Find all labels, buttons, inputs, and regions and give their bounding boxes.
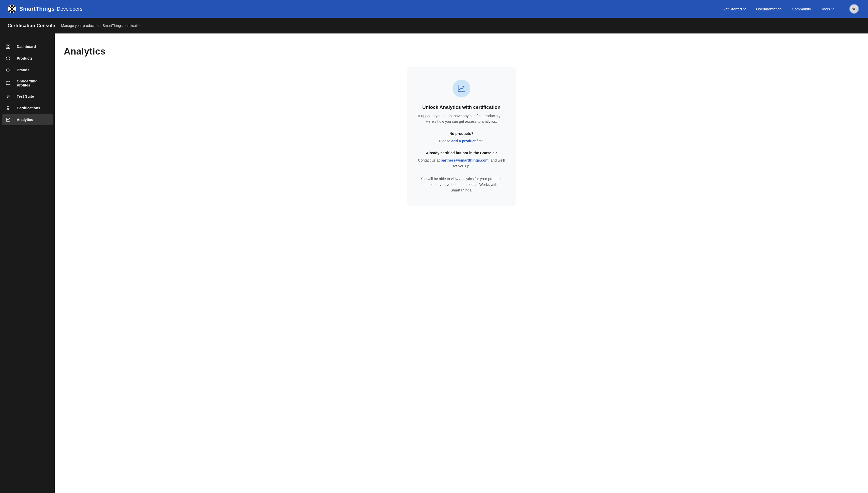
svg-point-17 <box>6 69 10 71</box>
svg-rect-15 <box>6 47 8 49</box>
brand-name: SmartThings <box>19 5 55 12</box>
sidebar-item-label: Certifications <box>17 106 40 110</box>
top-nav: Get Started Documentation Community Tool… <box>722 4 859 14</box>
empty-state-card: Unlock Analytics with certification It a… <box>407 67 516 206</box>
brand[interactable]: SmartThings Developers <box>7 4 82 13</box>
sidebar-item-testsuite[interactable]: Test Suite <box>2 91 53 102</box>
svg-rect-13 <box>6 45 8 46</box>
sub-header: Certification Console Manage your produc… <box>0 18 868 34</box>
add-product-link[interactable]: add a product <box>452 139 476 143</box>
card-title: Unlock Analytics with certification <box>417 105 506 110</box>
already-certified-heading: Already certified but not in the Console… <box>417 151 506 155</box>
svg-rect-14 <box>8 45 10 46</box>
brand-text: SmartThings Developers <box>19 5 82 12</box>
sidebar-item-label: Onboarding Profiles <box>17 79 49 87</box>
brand-sub: Developers <box>57 6 82 12</box>
chevron-down-icon <box>744 7 746 10</box>
sidebar-item-brands[interactable]: Brands <box>2 64 53 76</box>
page-title: Analytics <box>64 46 859 57</box>
sidebar-item-label: Analytics <box>17 118 33 122</box>
svg-line-10 <box>12 9 15 12</box>
wrench-icon <box>5 94 10 99</box>
card-intro: It appears you do not have any certified… <box>417 113 506 125</box>
sidebar: Dashboard Products Brands <box>0 34 55 493</box>
certificate-icon <box>5 106 10 111</box>
contact-prefix: Contact us at <box>418 158 440 162</box>
svg-line-7 <box>9 6 12 9</box>
card-footer: You will be able to view analytics for y… <box>417 176 506 193</box>
no-products-prefix: Please <box>439 139 451 143</box>
svg-line-8 <box>12 6 15 9</box>
sidebar-item-label: Brands <box>17 68 29 72</box>
book-icon <box>5 81 10 86</box>
contact-email-link[interactable]: partners@smartthings.com <box>440 158 488 162</box>
sidebar-item-label: Test Suite <box>17 94 34 99</box>
nav-community[interactable]: Community <box>792 7 811 11</box>
sidebar-item-products[interactable]: Products <box>2 53 53 64</box>
sidebar-item-certifications[interactable]: Certifications <box>2 103 53 114</box>
contact-text: Contact us at partners@smartthings.com, … <box>417 157 506 169</box>
avatar-initials: NS <box>851 7 856 11</box>
sub-header-title: Certification Console <box>7 23 55 28</box>
nav-get-started-label: Get Started <box>722 7 742 11</box>
sidebar-item-label: Products <box>17 56 33 60</box>
no-products-heading: No products? <box>417 132 506 136</box>
svg-line-9 <box>9 9 12 12</box>
nav-tools[interactable]: Tools <box>821 7 834 11</box>
analytics-icon <box>5 117 10 122</box>
sidebar-item-dashboard[interactable]: Dashboard <box>2 41 53 52</box>
nav-tools-label: Tools <box>821 7 830 11</box>
box-icon <box>5 56 10 61</box>
sidebar-item-analytics[interactable]: Analytics <box>2 114 53 125</box>
dashboard-icon <box>5 44 10 49</box>
sidebar-item-label: Dashboard <box>17 45 36 49</box>
main-content: Analytics Unlock Analytics with certific… <box>55 34 868 493</box>
svg-point-18 <box>7 106 9 108</box>
no-products-suffix: first. <box>476 139 483 143</box>
nav-documentation[interactable]: Documentation <box>756 7 782 11</box>
nav-community-label: Community <box>792 7 811 11</box>
chevron-down-icon <box>831 7 834 10</box>
nav-get-started[interactable]: Get Started <box>722 7 746 11</box>
top-header: SmartThings Developers Get Started Docum… <box>0 0 868 18</box>
nav-documentation-label: Documentation <box>756 7 782 11</box>
brand-logo-icon <box>7 4 16 13</box>
svg-rect-16 <box>8 47 10 49</box>
no-products-text: Please add a product first. <box>417 138 506 144</box>
sidebar-item-onboarding[interactable]: Onboarding Profiles <box>2 76 53 90</box>
sub-header-desc: Manage your products for SmartThings cer… <box>61 24 141 28</box>
tag-icon <box>5 67 10 72</box>
card-analytics-icon <box>453 80 470 98</box>
avatar[interactable]: NS <box>849 4 859 14</box>
